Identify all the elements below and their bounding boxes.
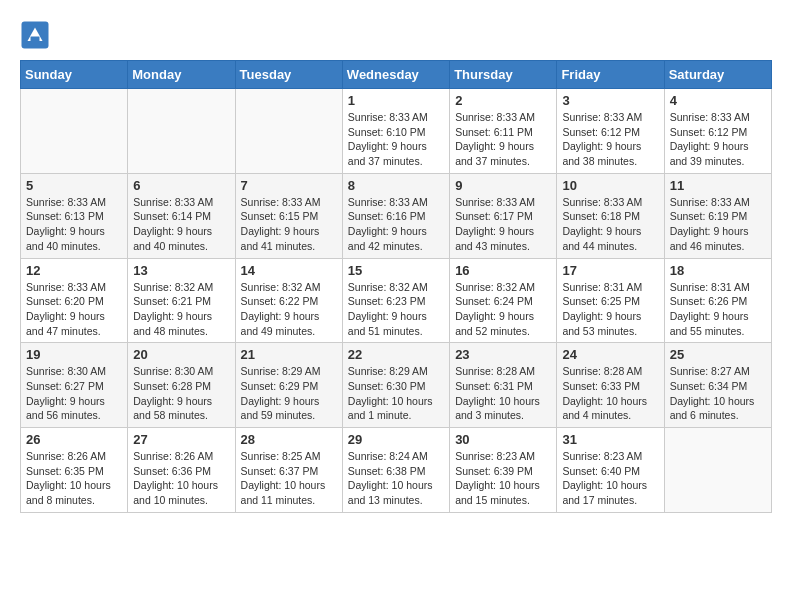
day-number: 18	[670, 263, 766, 278]
day-number: 14	[241, 263, 337, 278]
header	[20, 20, 772, 50]
calendar-cell: 27Sunrise: 8:26 AM Sunset: 6:36 PM Dayli…	[128, 428, 235, 513]
day-number: 3	[562, 93, 658, 108]
day-info: Sunrise: 8:26 AM Sunset: 6:36 PM Dayligh…	[133, 449, 229, 508]
day-number: 29	[348, 432, 444, 447]
calendar-cell: 15Sunrise: 8:32 AM Sunset: 6:23 PM Dayli…	[342, 258, 449, 343]
day-info: Sunrise: 8:32 AM Sunset: 6:24 PM Dayligh…	[455, 280, 551, 339]
day-number: 26	[26, 432, 122, 447]
weekday-header-thursday: Thursday	[450, 61, 557, 89]
day-info: Sunrise: 8:24 AM Sunset: 6:38 PM Dayligh…	[348, 449, 444, 508]
calendar-cell: 28Sunrise: 8:25 AM Sunset: 6:37 PM Dayli…	[235, 428, 342, 513]
day-number: 15	[348, 263, 444, 278]
day-info: Sunrise: 8:23 AM Sunset: 6:40 PM Dayligh…	[562, 449, 658, 508]
day-number: 2	[455, 93, 551, 108]
weekday-header-sunday: Sunday	[21, 61, 128, 89]
day-info: Sunrise: 8:29 AM Sunset: 6:30 PM Dayligh…	[348, 364, 444, 423]
calendar-cell: 8Sunrise: 8:33 AM Sunset: 6:16 PM Daylig…	[342, 173, 449, 258]
day-number: 11	[670, 178, 766, 193]
day-number: 27	[133, 432, 229, 447]
calendar-cell: 23Sunrise: 8:28 AM Sunset: 6:31 PM Dayli…	[450, 343, 557, 428]
calendar-cell: 5Sunrise: 8:33 AM Sunset: 6:13 PM Daylig…	[21, 173, 128, 258]
logo-icon	[20, 20, 50, 50]
day-info: Sunrise: 8:31 AM Sunset: 6:26 PM Dayligh…	[670, 280, 766, 339]
week-row-1: 1Sunrise: 8:33 AM Sunset: 6:10 PM Daylig…	[21, 89, 772, 174]
weekday-header-monday: Monday	[128, 61, 235, 89]
calendar-cell: 22Sunrise: 8:29 AM Sunset: 6:30 PM Dayli…	[342, 343, 449, 428]
day-info: Sunrise: 8:23 AM Sunset: 6:39 PM Dayligh…	[455, 449, 551, 508]
day-number: 28	[241, 432, 337, 447]
weekday-header-wednesday: Wednesday	[342, 61, 449, 89]
day-info: Sunrise: 8:33 AM Sunset: 6:20 PM Dayligh…	[26, 280, 122, 339]
week-row-5: 26Sunrise: 8:26 AM Sunset: 6:35 PM Dayli…	[21, 428, 772, 513]
logo	[20, 20, 54, 50]
day-info: Sunrise: 8:33 AM Sunset: 6:12 PM Dayligh…	[670, 110, 766, 169]
day-number: 13	[133, 263, 229, 278]
day-number: 22	[348, 347, 444, 362]
calendar-cell: 20Sunrise: 8:30 AM Sunset: 6:28 PM Dayli…	[128, 343, 235, 428]
calendar-table: SundayMondayTuesdayWednesdayThursdayFrid…	[20, 60, 772, 513]
week-row-3: 12Sunrise: 8:33 AM Sunset: 6:20 PM Dayli…	[21, 258, 772, 343]
day-info: Sunrise: 8:33 AM Sunset: 6:13 PM Dayligh…	[26, 195, 122, 254]
calendar-cell: 29Sunrise: 8:24 AM Sunset: 6:38 PM Dayli…	[342, 428, 449, 513]
day-info: Sunrise: 8:28 AM Sunset: 6:31 PM Dayligh…	[455, 364, 551, 423]
day-info: Sunrise: 8:29 AM Sunset: 6:29 PM Dayligh…	[241, 364, 337, 423]
calendar-cell: 14Sunrise: 8:32 AM Sunset: 6:22 PM Dayli…	[235, 258, 342, 343]
calendar-cell	[664, 428, 771, 513]
day-info: Sunrise: 8:32 AM Sunset: 6:22 PM Dayligh…	[241, 280, 337, 339]
calendar-cell: 1Sunrise: 8:33 AM Sunset: 6:10 PM Daylig…	[342, 89, 449, 174]
week-row-2: 5Sunrise: 8:33 AM Sunset: 6:13 PM Daylig…	[21, 173, 772, 258]
day-number: 7	[241, 178, 337, 193]
day-info: Sunrise: 8:30 AM Sunset: 6:27 PM Dayligh…	[26, 364, 122, 423]
day-info: Sunrise: 8:33 AM Sunset: 6:14 PM Dayligh…	[133, 195, 229, 254]
calendar-cell: 12Sunrise: 8:33 AM Sunset: 6:20 PM Dayli…	[21, 258, 128, 343]
day-info: Sunrise: 8:27 AM Sunset: 6:34 PM Dayligh…	[670, 364, 766, 423]
day-number: 21	[241, 347, 337, 362]
day-number: 10	[562, 178, 658, 193]
calendar-cell	[235, 89, 342, 174]
calendar-cell: 19Sunrise: 8:30 AM Sunset: 6:27 PM Dayli…	[21, 343, 128, 428]
day-info: Sunrise: 8:33 AM Sunset: 6:15 PM Dayligh…	[241, 195, 337, 254]
day-number: 5	[26, 178, 122, 193]
calendar-cell: 24Sunrise: 8:28 AM Sunset: 6:33 PM Dayli…	[557, 343, 664, 428]
calendar-cell: 25Sunrise: 8:27 AM Sunset: 6:34 PM Dayli…	[664, 343, 771, 428]
calendar-cell: 17Sunrise: 8:31 AM Sunset: 6:25 PM Dayli…	[557, 258, 664, 343]
day-info: Sunrise: 8:25 AM Sunset: 6:37 PM Dayligh…	[241, 449, 337, 508]
day-number: 20	[133, 347, 229, 362]
calendar-cell: 6Sunrise: 8:33 AM Sunset: 6:14 PM Daylig…	[128, 173, 235, 258]
day-number: 30	[455, 432, 551, 447]
calendar-cell: 3Sunrise: 8:33 AM Sunset: 6:12 PM Daylig…	[557, 89, 664, 174]
calendar-cell: 10Sunrise: 8:33 AM Sunset: 6:18 PM Dayli…	[557, 173, 664, 258]
calendar-cell: 9Sunrise: 8:33 AM Sunset: 6:17 PM Daylig…	[450, 173, 557, 258]
day-number: 12	[26, 263, 122, 278]
day-number: 19	[26, 347, 122, 362]
week-row-4: 19Sunrise: 8:30 AM Sunset: 6:27 PM Dayli…	[21, 343, 772, 428]
calendar-cell: 13Sunrise: 8:32 AM Sunset: 6:21 PM Dayli…	[128, 258, 235, 343]
day-info: Sunrise: 8:31 AM Sunset: 6:25 PM Dayligh…	[562, 280, 658, 339]
weekday-header-tuesday: Tuesday	[235, 61, 342, 89]
day-info: Sunrise: 8:33 AM Sunset: 6:17 PM Dayligh…	[455, 195, 551, 254]
day-number: 24	[562, 347, 658, 362]
calendar-cell	[21, 89, 128, 174]
day-info: Sunrise: 8:26 AM Sunset: 6:35 PM Dayligh…	[26, 449, 122, 508]
day-number: 6	[133, 178, 229, 193]
day-number: 4	[670, 93, 766, 108]
day-info: Sunrise: 8:33 AM Sunset: 6:11 PM Dayligh…	[455, 110, 551, 169]
weekday-header-row: SundayMondayTuesdayWednesdayThursdayFrid…	[21, 61, 772, 89]
day-info: Sunrise: 8:33 AM Sunset: 6:12 PM Dayligh…	[562, 110, 658, 169]
day-info: Sunrise: 8:28 AM Sunset: 6:33 PM Dayligh…	[562, 364, 658, 423]
weekday-header-friday: Friday	[557, 61, 664, 89]
day-info: Sunrise: 8:32 AM Sunset: 6:21 PM Dayligh…	[133, 280, 229, 339]
calendar-cell: 18Sunrise: 8:31 AM Sunset: 6:26 PM Dayli…	[664, 258, 771, 343]
day-number: 16	[455, 263, 551, 278]
day-number: 23	[455, 347, 551, 362]
calendar-cell: 4Sunrise: 8:33 AM Sunset: 6:12 PM Daylig…	[664, 89, 771, 174]
day-number: 8	[348, 178, 444, 193]
day-info: Sunrise: 8:33 AM Sunset: 6:18 PM Dayligh…	[562, 195, 658, 254]
calendar-cell: 11Sunrise: 8:33 AM Sunset: 6:19 PM Dayli…	[664, 173, 771, 258]
calendar-cell: 16Sunrise: 8:32 AM Sunset: 6:24 PM Dayli…	[450, 258, 557, 343]
calendar-cell: 2Sunrise: 8:33 AM Sunset: 6:11 PM Daylig…	[450, 89, 557, 174]
day-number: 9	[455, 178, 551, 193]
svg-rect-2	[31, 37, 40, 42]
calendar-cell: 21Sunrise: 8:29 AM Sunset: 6:29 PM Dayli…	[235, 343, 342, 428]
